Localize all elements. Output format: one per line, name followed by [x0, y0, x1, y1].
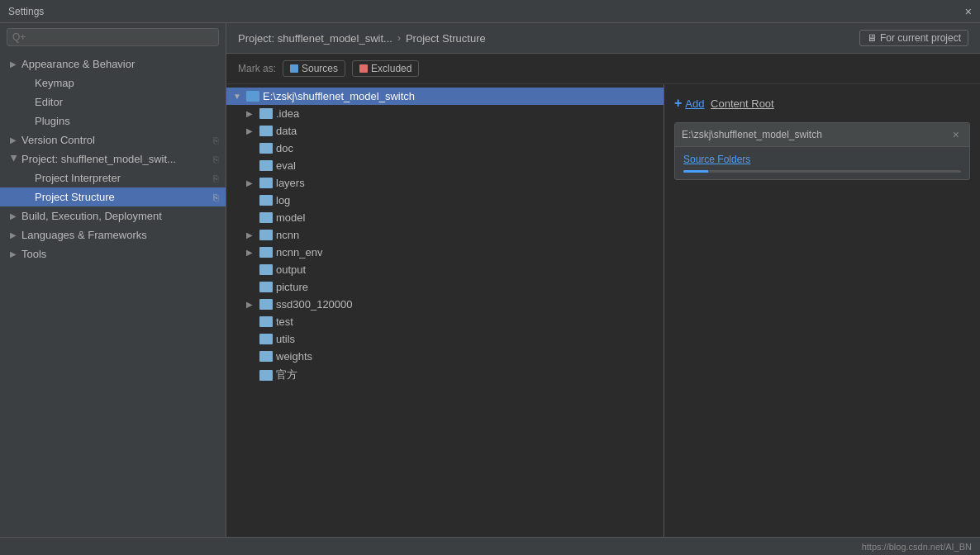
folder-icon: [259, 334, 273, 344]
tree-arrow-icon: [246, 144, 259, 153]
arrow-icon: [23, 78, 31, 88]
loading-bar: [683, 170, 961, 173]
folder-icon: [259, 108, 273, 119]
tree-item[interactable]: 官方: [226, 365, 664, 385]
sources-label: Sources: [302, 63, 338, 74]
tree-item[interactable]: ▶ layers: [226, 174, 664, 192]
mark-as-label: Mark as:: [238, 63, 276, 74]
arrow-icon: ▶: [10, 211, 18, 221]
tree-item-label: ssd300_120000: [276, 298, 353, 311]
sidebar-item-project-structure[interactable]: Project Structure ⎘: [0, 187, 226, 206]
tree-arrow-icon: ▶: [246, 109, 259, 118]
plus-icon: +: [674, 96, 682, 111]
arrow-icon: ▶: [10, 249, 18, 259]
tree-root-label: E:\zskj\shufflenet_model_switch: [263, 90, 415, 102]
tree-item-label: output: [276, 263, 306, 276]
window-icon: 🖥: [867, 32, 877, 44]
folder-icon: [259, 143, 273, 154]
sidebar-item-project-interpreter[interactable]: Project Interpreter ⎘: [0, 168, 226, 187]
search-input[interactable]: [7, 28, 219, 46]
arrow-icon: [23, 192, 31, 202]
excluded-button[interactable]: Excluded: [352, 60, 419, 77]
sidebar-item-appearance[interactable]: ▶ Appearance & Behavior: [0, 55, 226, 74]
folder-icon: [259, 178, 273, 188]
tree-item[interactable]: ▶ ssd300_120000: [226, 296, 664, 313]
tree-item-label: data: [276, 125, 297, 137]
tree-item-label: doc: [276, 142, 293, 154]
tree-root-item[interactable]: ▼ E:\zskj\shufflenet_model_switch: [226, 88, 664, 105]
sidebar-item-languages[interactable]: ▶ Languages & Frameworks: [0, 225, 226, 244]
tree-item[interactable]: ▶ .idea: [226, 105, 664, 122]
folder-icon: [259, 230, 273, 240]
source-folders-link[interactable]: Source Folders: [675, 147, 969, 168]
title-bar: Settings ×: [0, 0, 980, 23]
sidebar-item-label: Version Control: [21, 134, 213, 146]
sidebar-item-project[interactable]: ▶ Project: shufflenet_model_swit... ⎘: [0, 149, 226, 168]
tree-item[interactable]: ▶ data: [226, 122, 664, 140]
loading-bar-container: [675, 168, 969, 179]
sidebar-item-tools[interactable]: ▶ Tools: [0, 244, 226, 263]
folder-icon: [259, 195, 273, 206]
excluded-label: Excluded: [371, 63, 412, 74]
tree-arrow-icon: ▶: [246, 230, 259, 240]
tree-item[interactable]: log: [226, 192, 664, 209]
breadcrumb-separator: ›: [397, 32, 401, 44]
add-content-root-button[interactable]: + Add Content Root: [674, 92, 774, 114]
sidebar-item-label: Appearance & Behavior: [21, 58, 219, 70]
tree-arrow-icon: [246, 161, 259, 170]
tree-item[interactable]: ▶ ncnn: [226, 226, 664, 244]
tree-arrow-icon: [246, 317, 259, 326]
right-panel: + Add Content Root E:\zskj\shufflenet_mo…: [664, 84, 980, 537]
tree-item[interactable]: picture: [226, 278, 664, 296]
tree-item[interactable]: model: [226, 209, 664, 226]
tree-item[interactable]: weights: [226, 348, 664, 365]
tree-arrow-icon: [246, 265, 259, 274]
sources-color-dot: [290, 64, 298, 73]
main-layout: ▶ Appearance & Behavior Keymap Editor Pl…: [0, 23, 980, 537]
folder-icon: [259, 282, 273, 292]
folder-icon: [259, 351, 273, 362]
sidebar-item-label: Build, Execution, Deployment: [21, 210, 219, 222]
tree-item[interactable]: eval: [226, 157, 664, 174]
folder-icon: [259, 247, 273, 258]
close-icon[interactable]: ×: [965, 5, 972, 18]
content-root-close-button[interactable]: ×: [949, 128, 963, 141]
tree-item[interactable]: test: [226, 313, 664, 330]
tree-arrow-icon: [246, 213, 259, 222]
tree-item[interactable]: doc: [226, 140, 664, 157]
sidebar-item-keymap[interactable]: Keymap: [0, 74, 226, 92]
bottom-bar-url: https://blog.csdn.net/AI_BN: [862, 542, 972, 552]
tree-item-label: 官方: [276, 368, 297, 382]
copy-icon: ⎘: [213, 173, 219, 183]
folder-icon: [259, 264, 273, 275]
sidebar-item-label: Plugins: [35, 115, 219, 127]
folder-icon: [259, 160, 273, 171]
sidebar-item-plugins[interactable]: Plugins: [0, 111, 226, 130]
loading-bar-progress: [683, 170, 708, 173]
sidebar-item-build[interactable]: ▶ Build, Execution, Deployment: [0, 206, 226, 225]
sidebar-item-editor[interactable]: Editor: [0, 92, 226, 111]
arrow-expanded-icon: ▶: [10, 155, 19, 164]
tree-item[interactable]: utils: [226, 330, 664, 348]
tree-item-label: test: [276, 315, 293, 328]
folder-icon: [259, 316, 273, 327]
sources-button[interactable]: Sources: [283, 60, 345, 77]
tree-item[interactable]: ▶ ncnn_env: [226, 244, 664, 261]
sidebar-item-version-control[interactable]: ▶ Version Control ⎘: [0, 130, 226, 149]
arrow-icon: ▶: [10, 230, 18, 240]
tree-item[interactable]: output: [226, 261, 664, 278]
content-root-header: E:\zskj\shufflenet_model_switch ×: [675, 123, 969, 147]
folder-icon: [259, 126, 273, 136]
sidebar: ▶ Appearance & Behavior Keymap Editor Pl…: [0, 23, 226, 537]
tree-item-label: picture: [276, 281, 308, 293]
sidebar-tree: ▶ Appearance & Behavior Keymap Editor Pl…: [0, 51, 226, 537]
arrow-icon: [23, 116, 31, 126]
file-tree: ▼ E:\zskj\shufflenet_model_switch ▶ .ide…: [226, 84, 664, 537]
content-area: Project: shufflenet_model_swit... › Proj…: [226, 23, 980, 537]
sidebar-item-label: Editor: [35, 96, 219, 108]
add-content-root-label: Add: [685, 97, 704, 110]
sidebar-item-label: Project: shufflenet_model_swit...: [21, 153, 213, 165]
for-current-project-button[interactable]: 🖥 For current project: [859, 30, 968, 46]
title-text: Settings: [8, 6, 44, 17]
arrow-icon: [23, 97, 31, 107]
